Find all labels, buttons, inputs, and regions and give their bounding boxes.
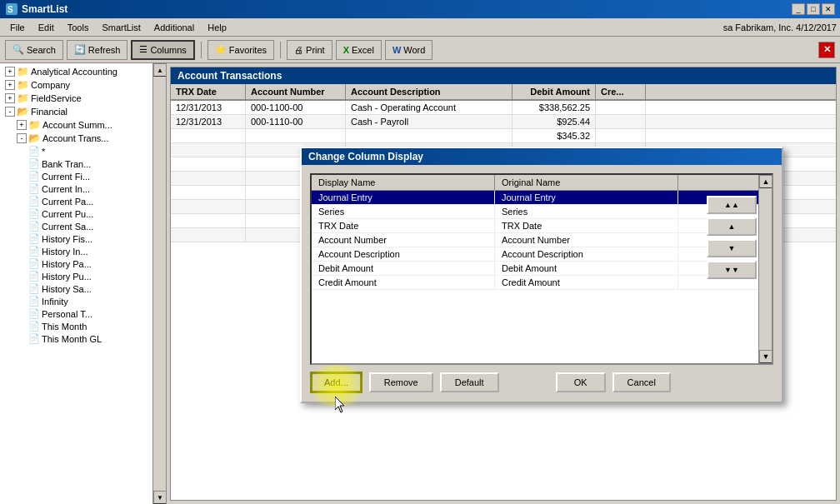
tree-item-history-sa[interactable]: 📄 History Sa... xyxy=(2,282,151,295)
dialog-scrollbar[interactable]: ▲ ▼ xyxy=(758,175,772,363)
tree-item-financial[interactable]: - 📂 Financial xyxy=(2,105,151,118)
excel-button[interactable]: X Excel xyxy=(336,40,382,60)
folder-icon-fieldservice: 📁 xyxy=(17,92,29,104)
move-bottom-button[interactable]: ▼▼ xyxy=(707,261,757,279)
display-name-5: Debit Amount xyxy=(312,262,495,275)
dialog-list-row-0[interactable]: Journal Entry Journal Entry xyxy=(312,191,772,205)
tree-item-history-pu[interactable]: 📄 History Pu... xyxy=(2,270,151,282)
tree-item-infinity[interactable]: 📄 Infinity xyxy=(2,295,151,307)
move-down-button[interactable]: ▼ xyxy=(707,239,757,257)
maximize-button[interactable]: □ xyxy=(807,3,820,15)
tree-label-history-fis: History Fis... xyxy=(42,234,92,244)
tree-item-fieldservice[interactable]: + 📁 FieldService xyxy=(2,92,151,105)
tree-scroll-track[interactable] xyxy=(153,77,166,491)
dialog-list-row-2[interactable]: TRX Date TRX Date xyxy=(312,219,772,233)
doc-icon-history-fis: 📄 xyxy=(28,233,40,244)
tree-item-company[interactable]: + 📁 Company xyxy=(2,78,151,92)
default-button[interactable]: Default xyxy=(440,372,499,392)
print-label: Print xyxy=(306,45,325,55)
tree-label-infinity: Infinity xyxy=(42,297,68,307)
favorites-label: Favorites xyxy=(229,45,267,55)
company-info: sa Fabrikam, Inc. 4/12/2017 xyxy=(723,22,837,32)
tree-item-acct-trans[interactable]: - 📂 Account Trans... xyxy=(2,132,151,145)
original-name-2: TRX Date xyxy=(495,219,678,232)
dialog-list-row-1[interactable]: Series Series xyxy=(312,205,772,219)
expand-financial[interactable]: - xyxy=(5,107,15,117)
tree-item-current-in[interactable]: 📄 Current In... xyxy=(2,182,151,195)
tree-item-this-month-gl[interactable]: 📄 This Month GL xyxy=(2,332,151,345)
tree-item-history-in[interactable]: 📄 History In... xyxy=(2,245,151,257)
tree-item-current-fi[interactable]: 📄 Current Fi... xyxy=(2,170,151,182)
menu-smartlist[interactable]: SmartList xyxy=(95,21,147,34)
favorites-button[interactable]: ⭐ Favorites xyxy=(208,40,274,60)
tree-item-star[interactable]: 📄 * xyxy=(2,145,151,157)
tree-item-history-pa[interactable]: 📄 History Pa... xyxy=(2,257,151,270)
close-window-button[interactable]: ✕ xyxy=(822,3,835,15)
columns-button[interactable]: ☰ Columns xyxy=(131,40,194,60)
print-button[interactable]: 🖨 Print xyxy=(287,40,332,60)
tree-scroll-up[interactable]: ▲ xyxy=(153,63,167,77)
expand-fieldservice[interactable]: + xyxy=(5,93,15,103)
cancel-button[interactable]: Cancel xyxy=(612,372,671,392)
word-icon: W xyxy=(392,45,401,55)
original-name-5: Debit Amount xyxy=(495,262,678,275)
tree-item-current-pa[interactable]: 📄 Current Pa... xyxy=(2,195,151,207)
dialog-list-row-3[interactable]: Account Number Account Number xyxy=(312,233,772,247)
tree-item-acct-summ[interactable]: + 📁 Account Summ... xyxy=(2,118,151,132)
tree-scrollbar[interactable]: ▲ ▼ xyxy=(152,63,166,504)
tree-label-current-in: Current In... xyxy=(42,184,90,194)
remove-button[interactable]: Remove xyxy=(369,372,433,392)
menu-file[interactable]: File xyxy=(3,21,32,34)
move-up-button[interactable]: ▲ xyxy=(707,217,757,236)
doc-icon-current-sa: 📄 xyxy=(28,221,40,232)
menu-additional[interactable]: Additional xyxy=(148,21,201,34)
display-name-0: Journal Entry xyxy=(312,191,495,204)
tree-item-bank-tran[interactable]: 📄 Bank Tran... xyxy=(2,157,151,170)
tree-item-current-sa[interactable]: 📄 Current Sa... xyxy=(2,220,151,232)
folder-icon-company: 📁 xyxy=(17,79,29,91)
folder-icon-analytical: 📁 xyxy=(17,66,29,77)
display-name-3: Account Number xyxy=(312,233,495,247)
tree-scroll-down[interactable]: ▼ xyxy=(153,491,167,504)
change-column-dialog: Change Column Display Display Name Origi… xyxy=(300,147,783,403)
dialog-list-row-6[interactable]: Credit Amount Credit Amount xyxy=(312,276,772,290)
window-controls: _ □ ✕ xyxy=(792,3,835,15)
ok-button[interactable]: OK xyxy=(556,372,606,392)
search-button[interactable]: 🔍 Search xyxy=(5,40,63,60)
dialog-list-row-4[interactable]: Account Description Account Description xyxy=(312,247,772,262)
separator-2 xyxy=(280,42,281,58)
doc-icon-current-fi: 📄 xyxy=(28,171,40,182)
doc-icon-infinity: 📄 xyxy=(28,296,40,307)
tree-label-history-pu: History Pu... xyxy=(42,272,92,282)
dialog-scroll-track[interactable] xyxy=(759,188,772,350)
tree-label-history-in: History In... xyxy=(42,247,88,257)
tree-item-history-fis[interactable]: 📄 History Fis... xyxy=(2,232,151,245)
move-top-button[interactable]: ▲▲ xyxy=(707,196,757,214)
menu-tools[interactable]: Tools xyxy=(61,21,96,34)
tree-item-this-month[interactable]: 📄 This Month xyxy=(2,320,151,332)
menu-help[interactable]: Help xyxy=(201,21,233,34)
menu-bar: File Edit Tools SmartList Additional Hel… xyxy=(0,18,840,37)
search-label: Search xyxy=(27,45,56,55)
dialog-scroll-up[interactable]: ▲ xyxy=(759,175,772,188)
doc-icon-current-pa: 📄 xyxy=(28,196,40,207)
menu-edit[interactable]: Edit xyxy=(32,21,61,34)
expand-company[interactable]: + xyxy=(5,80,15,90)
dialog-scroll-down[interactable]: ▼ xyxy=(759,350,772,363)
folder-icon-acct-summ: 📁 xyxy=(28,119,41,131)
minimize-button[interactable]: _ xyxy=(792,3,805,15)
refresh-button[interactable]: 🔄 Refresh xyxy=(67,40,128,60)
display-name-1: Series xyxy=(312,205,495,218)
tree-item-personal-t[interactable]: 📄 Personal T... xyxy=(2,307,151,320)
tree-item-analytical[interactable]: + 📁 Analytical Accounting xyxy=(2,65,151,78)
expand-acct-summ[interactable]: + xyxy=(17,120,27,130)
expand-analytical[interactable]: + xyxy=(5,67,15,77)
toolbar-close-button[interactable]: ✕ xyxy=(818,42,835,58)
expand-acct-trans[interactable]: - xyxy=(17,133,27,143)
original-name-3: Account Number xyxy=(495,233,678,247)
dialog-list-row-5[interactable]: Debit Amount Debit Amount xyxy=(312,262,772,276)
add-button[interactable]: Add... xyxy=(310,372,362,393)
doc-icon-history-pu: 📄 xyxy=(28,271,40,282)
tree-item-current-pu[interactable]: 📄 Current Pu... xyxy=(2,207,151,220)
word-button[interactable]: W Word xyxy=(385,40,432,60)
